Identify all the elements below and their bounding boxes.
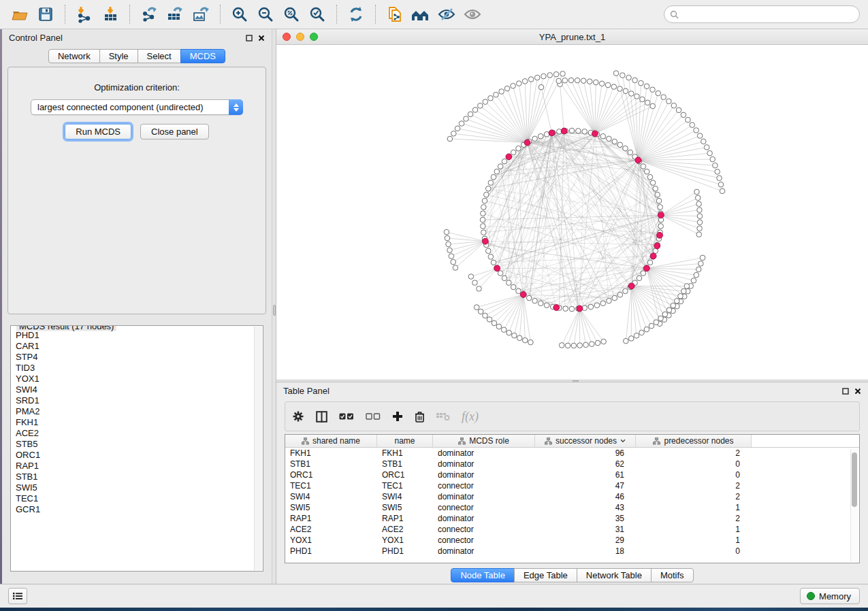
run-mcds-button[interactable]: Run MCDS — [65, 124, 131, 139]
graph-satellite-node[interactable] — [684, 284, 690, 289]
mcds-result-item[interactable]: PMA2 — [16, 406, 263, 417]
hide-selected-button[interactable] — [434, 3, 460, 26]
graph-hub-node[interactable] — [635, 157, 641, 163]
graph-satellite-node[interactable] — [661, 95, 666, 100]
tab-style[interactable]: Style — [99, 49, 138, 63]
graph-node[interactable] — [612, 139, 617, 144]
graph-satellite-node[interactable] — [658, 316, 664, 321]
mcds-result-item[interactable]: TID3 — [16, 363, 263, 374]
graph-satellite-node[interactable] — [447, 136, 453, 142]
graph-satellite-node[interactable] — [499, 89, 504, 95]
graph-satellite-node[interactable] — [488, 95, 494, 101]
graph-satellite-node[interactable] — [715, 169, 720, 175]
graph-satellite-node[interactable] — [649, 323, 654, 329]
close-panel-button[interactable]: Close panel — [140, 124, 209, 139]
graph-satellite-node[interactable] — [492, 320, 497, 326]
search-input[interactable] — [682, 7, 859, 21]
graph-satellite-node[interactable] — [666, 99, 672, 104]
graph-satellite-node[interactable] — [560, 71, 566, 77]
graph-satellite-node[interactable] — [639, 330, 645, 335]
graph-hub-node[interactable] — [628, 283, 634, 289]
graph-satellite-node[interactable] — [623, 88, 628, 94]
graph-satellite-node[interactable] — [696, 232, 702, 237]
graph-satellite-node[interactable] — [697, 133, 703, 139]
graph-satellite-node[interactable] — [601, 339, 607, 344]
mcds-result-item[interactable]: STP4 — [16, 352, 263, 363]
graph-satellite-node[interactable] — [620, 73, 626, 78]
open-file-button[interactable] — [7, 3, 33, 26]
graph-node[interactable] — [538, 301, 543, 306]
graph-node[interactable] — [484, 192, 489, 197]
graph-node[interactable] — [488, 254, 494, 260]
graph-satellite-node[interactable] — [511, 83, 516, 88]
graph-satellite-node[interactable] — [644, 84, 649, 89]
graph-satellite-node[interactable] — [483, 99, 488, 105]
graph-node[interactable] — [563, 306, 568, 312]
graph-satellite-node[interactable] — [494, 92, 499, 97]
graph-satellite-node[interactable] — [613, 71, 619, 76]
table-row[interactable]: RAP1RAP1dominator352 — [285, 513, 859, 524]
zoom-selected-button[interactable] — [304, 3, 330, 26]
graph-satellite-node[interactable] — [468, 112, 473, 117]
select-all-button[interactable] — [339, 412, 354, 420]
graph-satellite-node[interactable] — [593, 80, 598, 85]
graph-satellite-node[interactable] — [451, 131, 457, 136]
graph-satellite-node[interactable] — [528, 77, 534, 82]
graph-hub-node[interactable] — [654, 243, 660, 249]
graph-satellite-node[interactable] — [512, 333, 517, 338]
graph-satellite-node[interactable] — [704, 145, 709, 150]
graph-satellite-node[interactable] — [645, 100, 650, 105]
graph-node[interactable] — [641, 164, 646, 169]
graph-satellite-node[interactable] — [697, 226, 703, 231]
graph-satellite-node[interactable] — [445, 235, 450, 241]
graph-hub-node[interactable] — [577, 306, 583, 312]
graph-node[interactable] — [498, 164, 503, 169]
graph-node[interactable] — [644, 169, 649, 174]
graph-node[interactable] — [628, 150, 633, 155]
zoom-in-button[interactable] — [227, 3, 253, 26]
graph-node[interactable] — [491, 260, 496, 265]
graph-node[interactable] — [480, 217, 485, 222]
graph-hub-node[interactable] — [658, 212, 664, 218]
graph-hub-node[interactable] — [592, 131, 598, 137]
graph-satellite-node[interactable] — [694, 189, 700, 195]
graph-node[interactable] — [600, 301, 606, 306]
graph-satellite-node[interactable] — [691, 278, 696, 284]
graph-hub-node[interactable] — [561, 128, 567, 134]
mcds-result-item[interactable]: FKH1 — [16, 417, 263, 428]
import-table-button[interactable] — [97, 3, 123, 26]
graph-satellite-node[interactable] — [713, 163, 718, 168]
table-tab-node-table[interactable]: Node Table — [451, 568, 515, 582]
export-image-button[interactable] — [188, 3, 214, 26]
table-row[interactable]: SWI5SWI5connector431 — [285, 502, 859, 513]
graph-satellite-node[interactable] — [522, 337, 528, 343]
graph-satellite-node[interactable] — [718, 182, 724, 187]
graph-satellite-node[interactable] — [474, 305, 479, 310]
task-history-button[interactable] — [8, 588, 27, 604]
graph-hub-node[interactable] — [494, 265, 500, 271]
graph-satellite-node[interactable] — [611, 84, 617, 90]
delete-columns-button[interactable] — [415, 411, 425, 423]
graph-satellite-node[interactable] — [565, 343, 570, 348]
graph-satellite-node[interactable] — [634, 94, 640, 99]
graph-node[interactable] — [655, 192, 660, 197]
table-row[interactable]: SWI4SWI4dominator462 — [285, 491, 859, 502]
graph-node[interactable] — [516, 288, 521, 294]
graph-satellite-node[interactable] — [444, 229, 449, 235]
table-tab-motifs[interactable]: Motifs — [651, 568, 694, 582]
graph-satellite-node[interactable] — [528, 340, 534, 345]
graph-satellite-node[interactable] — [671, 103, 677, 108]
graph-satellite-node[interactable] — [522, 79, 528, 84]
graph-hub-node[interactable] — [553, 305, 560, 311]
graph-satellite-node[interactable] — [583, 342, 589, 348]
graph-satellite-node[interactable] — [553, 71, 559, 77]
export-table-button[interactable] — [162, 3, 188, 26]
graph-node[interactable] — [600, 133, 606, 139]
table-row[interactable]: PHD1PHD1dominator180 — [285, 546, 859, 557]
graph-satellite-node[interactable] — [686, 117, 691, 122]
function-builder-button[interactable]: f(x) — [462, 410, 479, 424]
graph-node[interactable] — [516, 146, 521, 151]
graph-satellite-node[interactable] — [459, 121, 464, 127]
graph-hub-node[interactable] — [524, 139, 530, 146]
graph-satellite-node[interactable] — [541, 73, 547, 79]
